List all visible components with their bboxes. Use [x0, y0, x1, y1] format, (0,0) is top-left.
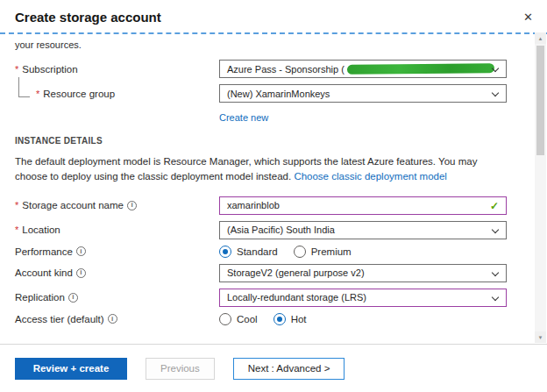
required-marker: *: [36, 89, 39, 99]
instance-details-section-title: INSTANCE DETAILS: [15, 136, 507, 146]
subscription-dropdown[interactable]: Azure Pass - Sponsorship (: [219, 60, 507, 78]
required-marker: *: [15, 64, 18, 75]
radio-dot-icon: [294, 246, 306, 258]
radio-standard-label: Standard: [237, 246, 278, 257]
resource-group-dropdown[interactable]: (New) XamarinMonkeys: [219, 84, 507, 103]
location-label-text: Location: [22, 225, 60, 235]
create-new-link[interactable]: Create new: [219, 112, 268, 123]
performance-field-row: Performance i Standard Premium: [15, 246, 507, 258]
performance-label: Performance i: [15, 246, 219, 257]
storage-account-name-label-text: Storage account name: [22, 200, 124, 210]
review-create-button[interactable]: Review + create: [15, 358, 127, 380]
subscription-value: Azure Pass - Sponsorship (: [227, 64, 345, 75]
required-marker: *: [15, 200, 18, 210]
resource-group-label: * Resource group: [15, 89, 219, 99]
account-kind-label-text: Account kind: [15, 267, 73, 278]
performance-label-text: Performance: [15, 246, 73, 257]
replication-field-row: Replication i Locally-redundant storage …: [15, 289, 507, 307]
access-tier-field-row: Access tier (default) i Cool Hot: [15, 313, 507, 325]
account-kind-value: StorageV2 (general purpose v2): [227, 267, 365, 278]
deployment-model-description: The default deployment model is Resource…: [15, 154, 507, 185]
info-icon: i: [76, 268, 86, 278]
access-tier-label: Access tier (default) i: [15, 314, 219, 324]
location-dropdown[interactable]: (Asia Pacific) South India: [219, 221, 507, 239]
required-marker: *: [15, 225, 18, 235]
replication-value: Locally-redundant storage (LRS): [227, 292, 366, 303]
chevron-down-icon: [492, 268, 499, 275]
form-content: your resources. * Subscription Azure Pas…: [0, 34, 547, 325]
truncated-paragraph: your resources.: [15, 39, 507, 50]
resource-group-label-text: Resource group: [43, 89, 115, 99]
resource-group-value: (New) XamarinMonkeys: [227, 89, 330, 99]
redaction-scribble: [347, 63, 494, 75]
radio-premium-label: Premium: [311, 246, 352, 257]
access-tier-label-text: Access tier (default): [15, 314, 104, 324]
choose-classic-deployment-link[interactable]: Choose classic deployment model: [294, 169, 447, 184]
scrollbar-thumb[interactable]: [536, 46, 544, 155]
storage-account-name-value: xamarinblob: [227, 200, 280, 210]
storage-account-name-label: * Storage account name i: [15, 200, 219, 210]
scroll-up-icon[interactable]: ▲: [535, 32, 546, 44]
radio-premium[interactable]: Premium: [294, 246, 352, 258]
chevron-down-icon: [492, 293, 499, 300]
blade-footer: Review + create Previous Next : Advanced…: [0, 344, 547, 392]
radio-dot-icon: [219, 313, 231, 325]
close-icon[interactable]: ✕: [522, 10, 535, 25]
radio-cool-label: Cool: [237, 314, 258, 324]
radio-cool[interactable]: Cool: [219, 313, 258, 325]
subscription-label: * Subscription: [15, 64, 219, 75]
previous-button[interactable]: Previous: [146, 358, 215, 380]
account-kind-field-row: Account kind i StorageV2 (general purpos…: [15, 264, 507, 282]
page-title: Create storage account: [15, 10, 161, 25]
chevron-down-icon: [492, 225, 499, 232]
info-icon: i: [127, 201, 137, 210]
account-kind-dropdown[interactable]: StorageV2 (general purpose v2): [219, 264, 507, 282]
subscription-label-text: Subscription: [22, 64, 77, 75]
valid-check-icon: ✓: [490, 200, 499, 212]
radio-standard[interactable]: Standard: [219, 246, 278, 258]
subscription-field-row: * Subscription Azure Pass - Sponsorship …: [15, 60, 507, 78]
blade-header: Create storage account ✕: [0, 0, 547, 32]
replication-label: Replication i: [15, 292, 219, 303]
radio-hot[interactable]: Hot: [274, 313, 307, 325]
scroll-down-icon[interactable]: ▼: [535, 331, 546, 343]
location-value: (Asia Pacific) South India: [227, 225, 335, 235]
info-icon: i: [108, 314, 117, 324]
storage-account-name-field-row: * Storage account name i xamarinblob ✓: [15, 196, 507, 215]
location-label: * Location: [15, 225, 219, 235]
chevron-down-icon: [492, 89, 499, 96]
resource-group-field-row: * Resource group (New) XamarinMonkeys: [15, 84, 507, 103]
location-field-row: * Location (Asia Pacific) South India: [15, 221, 507, 239]
radio-dot-icon: [274, 313, 286, 325]
vertical-scrollbar[interactable]: ▲ ▼: [535, 32, 546, 343]
next-advanced-button[interactable]: Next : Advanced >: [233, 358, 345, 380]
replication-label-text: Replication: [15, 292, 65, 303]
info-icon: i: [68, 293, 78, 303]
radio-dot-icon: [219, 246, 231, 258]
replication-dropdown[interactable]: Locally-redundant storage (LRS): [219, 289, 507, 307]
radio-hot-label: Hot: [291, 314, 307, 324]
storage-account-name-input[interactable]: xamarinblob ✓: [219, 196, 507, 215]
info-icon: i: [76, 246, 86, 256]
account-kind-label: Account kind i: [15, 267, 219, 278]
tree-connector-line: [18, 77, 30, 97]
